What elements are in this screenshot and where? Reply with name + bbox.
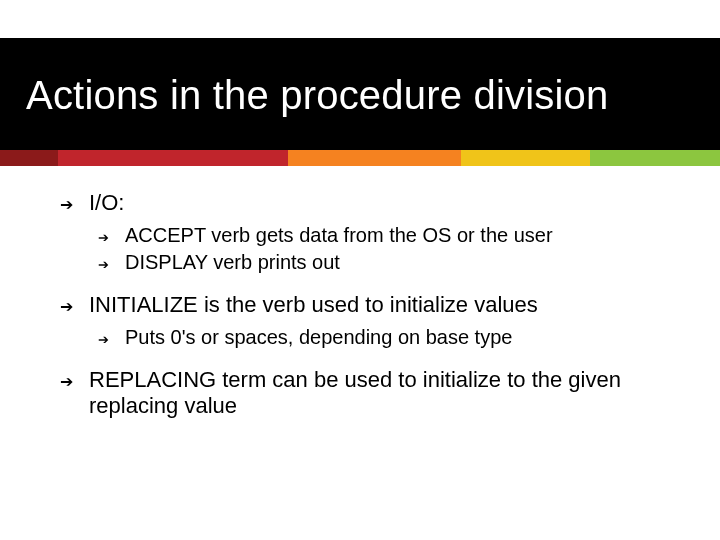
bullet-text: INITIALIZE is the verb used to initializ… [89, 292, 538, 318]
bullet-io: ➔ I/O: ➔ ACCEPT verb gets data from the … [60, 190, 680, 274]
bullet-text: REPLACING term can be used to initialize… [89, 367, 680, 419]
bullet-text: I/O: [89, 190, 124, 216]
arrow-icon: ➔ [98, 332, 109, 347]
slide-title: Actions in the procedure division [26, 73, 608, 118]
slide-body: ➔ I/O: ➔ ACCEPT verb gets data from the … [60, 190, 680, 437]
subbullet-puts-zeros: ➔ Puts 0's or spaces, depending on base … [98, 326, 680, 349]
subbullet-text: Puts 0's or spaces, depending on base ty… [125, 326, 512, 349]
subbullet-display: ➔ DISPLAY verb prints out [98, 251, 680, 274]
subbullet-accept: ➔ ACCEPT verb gets data from the OS or t… [98, 224, 680, 247]
arrow-icon: ➔ [98, 230, 109, 245]
arrow-icon: ➔ [60, 297, 73, 316]
arrow-icon: ➔ [60, 372, 73, 391]
accent-stripe [0, 150, 720, 166]
bullet-replacing: ➔ REPLACING term can be used to initiali… [60, 367, 680, 419]
subbullet-text: DISPLAY verb prints out [125, 251, 340, 274]
bullet-initialize: ➔ INITIALIZE is the verb used to initial… [60, 292, 680, 349]
arrow-icon: ➔ [98, 257, 109, 272]
subbullet-text: ACCEPT verb gets data from the OS or the… [125, 224, 553, 247]
arrow-icon: ➔ [60, 195, 73, 214]
